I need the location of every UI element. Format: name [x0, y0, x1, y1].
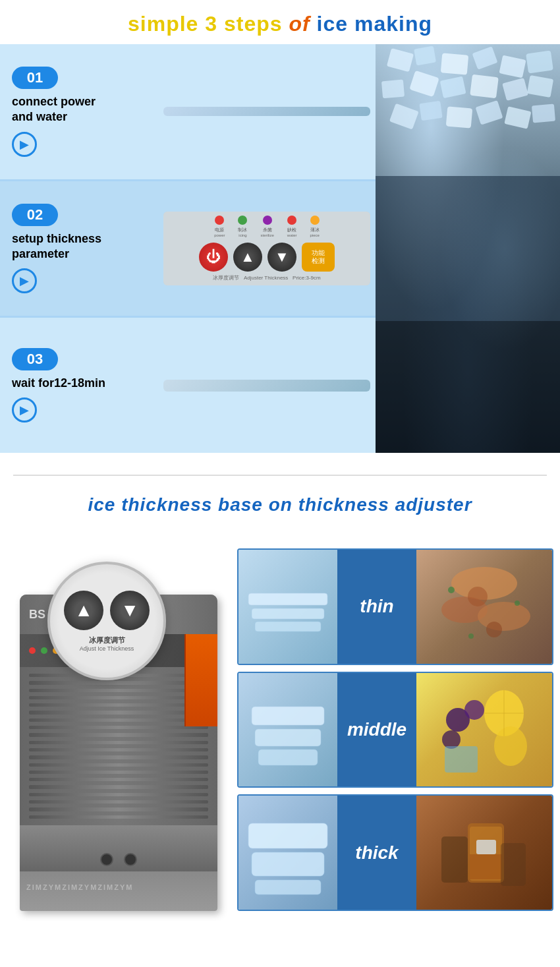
thick-label: thick	[355, 842, 398, 864]
svg-point-38	[494, 726, 527, 766]
down-button-visual: ▼	[267, 243, 296, 272]
step-3-badge: 03	[12, 348, 58, 370]
thick-ice-svg	[242, 804, 334, 902]
ice-pieces-visual	[163, 380, 370, 392]
svg-rect-14	[446, 106, 472, 128]
up-button-visual: ▲	[233, 243, 262, 272]
svg-rect-47	[476, 840, 496, 854]
thickness-title: ice thickness base on thickness adjuster	[13, 475, 547, 529]
middle-ice-svg	[242, 680, 334, 779]
middle-label: middle	[347, 719, 406, 740]
title-blue: ice making	[317, 12, 432, 36]
svg-rect-50	[501, 843, 526, 886]
svg-rect-21	[252, 608, 324, 619]
svg-point-25	[478, 602, 530, 631]
wheel-right	[124, 853, 137, 866]
svg-rect-9	[470, 74, 499, 99]
svg-rect-0	[387, 48, 414, 72]
svg-rect-10	[502, 78, 528, 101]
thin-label: thin	[360, 596, 393, 617]
light-sterilize	[263, 216, 272, 225]
svg-rect-3	[472, 46, 498, 69]
thick-ice-image	[238, 796, 337, 910]
svg-rect-22	[255, 622, 321, 631]
step-3-arrow: ▶	[12, 397, 37, 423]
svg-rect-6	[381, 80, 405, 99]
svg-point-28	[448, 587, 455, 593]
steps-panel: 01 connect power and water ▶	[0, 44, 376, 453]
adj-up-button[interactable]: ▲	[64, 591, 103, 630]
whiskey-svg	[432, 804, 537, 902]
svg-point-30	[468, 633, 474, 639]
adjuster-circle: ▲ ▼ 冰厚度调节 Adjust Ice Thickness	[47, 562, 166, 680]
svg-rect-20	[248, 593, 327, 605]
svg-rect-16	[504, 106, 531, 129]
svg-rect-7	[409, 71, 439, 97]
svg-rect-12	[389, 103, 419, 130]
middle-label-area: middle	[337, 673, 416, 787]
thickness-row-thin: thin	[237, 548, 553, 665]
thick-food-image	[416, 796, 552, 910]
thin-food-image	[416, 550, 552, 664]
svg-point-26	[468, 587, 488, 606]
svg-rect-8	[440, 76, 466, 99]
scattered-ice-visual	[376, 44, 560, 453]
step-3-left: 03 wait for12-18min ▶	[0, 341, 158, 429]
svg-rect-41	[445, 746, 478, 773]
drinks-svg	[432, 680, 537, 779]
watermark: ZIMZYMZIMZYMZIMZYM	[26, 883, 133, 891]
control-bottom-label: 冰厚度调节 Adjuster Thickness Price:3-9cm	[213, 274, 320, 281]
thick-label-area: thick	[337, 796, 416, 910]
control-panel-visual: 电源 power 制冰 icing 杀菌 steri	[163, 212, 370, 285]
step-2-arrow: ▶	[12, 268, 37, 293]
svg-rect-32	[255, 729, 321, 746]
svg-point-36	[442, 730, 461, 749]
svg-rect-17	[532, 104, 555, 123]
svg-rect-44	[255, 880, 321, 894]
svg-rect-19	[376, 321, 560, 453]
svg-rect-18	[376, 176, 560, 321]
svg-rect-11	[527, 75, 553, 98]
wheel-left	[100, 853, 113, 866]
machine-panel: ▲ ▼ 冰厚度调节 Adjust Ice Thickness BS ZIMZY	[7, 542, 231, 911]
thin-ice-svg	[242, 557, 334, 656]
ice-svg	[376, 44, 560, 453]
middle-ice-image	[238, 673, 337, 787]
svg-rect-15	[476, 100, 503, 125]
display-dot-2	[41, 647, 47, 654]
step-2-left: 02 setup thickness parameter ▶	[0, 197, 158, 301]
svg-point-27	[486, 622, 502, 637]
page-title: simple 3 steps of ice making	[0, 0, 560, 44]
top-section: simple 3 steps of ice making 01 connect …	[0, 0, 560, 455]
svg-rect-42	[248, 823, 327, 848]
display-dot-1	[29, 647, 36, 654]
step-1-text: connect power and water	[12, 94, 152, 125]
svg-rect-43	[252, 852, 324, 876]
step-3-text: wait for12-18min	[12, 376, 152, 391]
middle-food-image	[416, 673, 552, 787]
thickness-row-thick: thick	[237, 794, 553, 911]
svg-rect-5	[526, 51, 553, 74]
middle-section: ice thickness base on thickness adjuster	[0, 455, 560, 542]
svg-point-35	[464, 700, 484, 720]
orange-panel	[184, 634, 217, 726]
control-lights: 电源 power 制冰 icing 杀菌 steri	[214, 216, 320, 237]
adj-down-button[interactable]: ▼	[110, 591, 150, 630]
svg-rect-31	[252, 707, 324, 725]
svg-point-29	[515, 601, 520, 606]
title-of: of	[289, 12, 310, 36]
svg-rect-1	[414, 46, 436, 66]
ice-tray-visual	[163, 107, 370, 116]
thin-label-area: thin	[337, 550, 416, 664]
steps-ice-container: 01 connect power and water ▶	[0, 44, 560, 453]
step-1-image	[163, 107, 370, 116]
svg-rect-2	[441, 53, 468, 74]
seafood-svg	[432, 557, 537, 656]
thickness-row-middle: middle	[237, 672, 553, 788]
light-icing	[238, 216, 247, 225]
step-1-badge: 01	[12, 67, 58, 89]
bottom-section: ▲ ▼ 冰厚度调节 Adjust Ice Thickness BS ZIMZY	[0, 542, 560, 924]
svg-rect-49	[441, 836, 468, 883]
svg-rect-4	[499, 55, 526, 78]
svg-rect-48	[470, 854, 502, 879]
